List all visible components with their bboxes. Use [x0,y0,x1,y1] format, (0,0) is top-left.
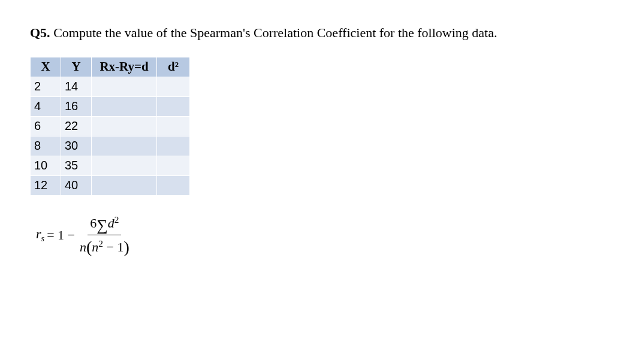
question-text: Q5. Compute the value of the Spearman's … [30,24,588,42]
cell-d2 [157,156,190,175]
sigma-icon: ∑ [97,216,108,236]
question-number: Q5. [30,25,50,40]
cell-d2 [157,116,190,136]
cell-y: 40 [61,175,92,195]
cell-x: 8 [31,136,61,156]
data-table: X Y Rx-Ry=d d² 2 14 4 16 6 22 8 30 [30,57,190,196]
formula-lhs: rs [36,226,44,244]
cell-d [92,116,157,136]
header-y: Y [61,57,92,77]
table-row: 10 35 [31,156,190,175]
cell-x: 4 [31,96,61,116]
cell-y: 14 [61,77,92,96]
cell-y: 22 [61,116,92,136]
cell-d [92,136,157,156]
table-row: 2 14 [31,77,190,96]
cell-x: 10 [31,156,61,175]
formula-denominator: n(n2 − 1) [77,235,132,257]
table-row: 4 16 [31,96,190,116]
cell-x: 12 [31,175,61,195]
table-header-row: X Y Rx-Ry=d d² [31,57,190,77]
table-row: 8 30 [31,136,190,156]
header-d2: d² [157,57,190,77]
question-body: Compute the value of the Spearman's Corr… [53,25,497,40]
cell-d2 [157,96,190,116]
cell-d [92,77,157,96]
cell-y: 30 [61,136,92,156]
cell-x: 6 [31,116,61,136]
cell-y: 16 [61,96,92,116]
formula-fraction: 6∑d2 n(n2 − 1) [77,214,132,257]
cell-d2 [157,77,190,96]
spearman-formula: rs = 1 − 6∑d2 n(n2 − 1) [36,214,588,257]
cell-y: 35 [61,156,92,175]
cell-d [92,156,157,175]
table-row: 6 22 [31,116,190,136]
formula-equals: = 1 − [47,228,75,243]
cell-d2 [157,136,190,156]
table-row: 12 40 [31,175,190,195]
formula-numerator: 6∑d2 [88,214,121,235]
header-d: Rx-Ry=d [92,57,157,77]
cell-x: 2 [31,77,61,96]
cell-d [92,96,157,116]
cell-d [92,175,157,195]
cell-d2 [157,175,190,195]
header-x: X [31,57,61,77]
